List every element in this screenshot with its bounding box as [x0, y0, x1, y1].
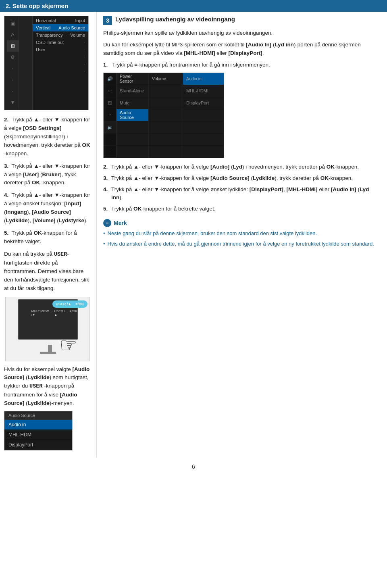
orp-col3-audioin: Audio in	[183, 73, 224, 85]
osd-right-item-osdtimeout: OSD Time out·	[33, 39, 88, 46]
orp-col2-blank6	[149, 146, 183, 158]
orp-icon-dot2: ·	[104, 146, 116, 158]
osd-icon-language: A	[7, 29, 19, 40]
left-note1: Du kan nå trykke på USER-hurtigtasten di…	[4, 250, 91, 293]
osd-icon-color: ▣	[7, 18, 19, 29]
merk-icon: ≡	[103, 219, 111, 227]
orp-col2-blank3	[149, 109, 183, 121]
orp-cell-mute: Mute	[117, 97, 148, 109]
orp-col2-blank2	[149, 97, 183, 109]
osd-right-item-blank1: ·	[33, 53, 88, 60]
osd-icon-osd: ⊞	[7, 40, 19, 52]
left-step4-text: 4. Trykk på ▲- eller ▼-knappen for å vel…	[4, 191, 91, 225]
osd-right-item-blank3: ·	[33, 68, 88, 75]
audio-source-item-displayport: DisplayPort	[4, 440, 72, 450]
audio-source-item-audioin: Audio in	[4, 420, 72, 430]
left-example-text: Hvis du for eksempel valgte [Audio Sourc…	[4, 365, 91, 408]
orp-cell-standalone: Stand-Alone	[117, 85, 148, 97]
osd-icon-dot3: ·	[7, 85, 19, 97]
left-step5-text: 5. Trykk på OK-knappen for å bekrefte va…	[4, 229, 91, 246]
right-step3: 3. Trykk på ▲- eller ▼-knappen for å vel…	[103, 174, 380, 183]
orp-icon-dot1: ·	[104, 133, 116, 146]
section-number-box: 3	[103, 16, 112, 25]
orp-icon-audio: 🔉	[104, 121, 116, 133]
orp-icon-picture: 🖼	[104, 97, 116, 109]
orp-col3-mhlhdmi: MHL-HDMI	[183, 85, 224, 97]
osd-right-item-blank2: ·	[33, 60, 88, 68]
hand-pointing-icon: ☞	[59, 334, 77, 357]
right-steps-list: 2. Trykk på ▲- eller ▼-knappen for å vel…	[103, 163, 380, 214]
orp-cell-powersensor: Power Sensor	[117, 73, 148, 85]
hand-image: PHILIPS MULTIVIEW /▼ USER /▲ ≡/OK USER /…	[5, 297, 90, 361]
left-step4: 4. Trykk på ▲- eller ▼-knappen for å vel…	[4, 191, 91, 225]
orp-cell-audiosource: Audio Source	[117, 109, 148, 121]
orp-col3-blank2	[183, 121, 224, 133]
audio-source-menu-header: Audio Source	[4, 411, 72, 420]
right-step5: 5. Trykk på OK-knappen for å bekrefte va…	[103, 205, 380, 213]
osd-icon-dot4: ▼	[7, 97, 19, 108]
monitor-base	[40, 352, 56, 354]
orp-cell-blank3	[117, 146, 148, 158]
osd-right-panel-diagram: 🔊 ↩ 🖼 P 🔉 · · Power Sensor Stand-Alone M…	[103, 73, 224, 158]
left-step2-text: 2. Trykk på ▲- eller ▼-knappen for å vel…	[4, 116, 91, 158]
left-step2: 2. Trykk på ▲- eller ▼-knappen for å vel…	[4, 116, 91, 158]
orp-col3-blank4	[183, 146, 224, 158]
right-column: 3 Lydavspilling uavhengig av videoinngan…	[97, 12, 387, 458]
right-step4: 4. Trykk på ▲- eller ▼-knappen for å vel…	[103, 186, 380, 202]
button-labels: MULTIVIEW /▼ USER /▲ ≡/OK	[31, 309, 77, 317]
orp-col1: Power Sensor Stand-Alone Mute Audio Sour…	[117, 73, 149, 158]
left-column: ▣ A ⊞ ⚙ · · · ▼ Horizontal·Input Vertica…	[0, 12, 97, 458]
audio-source-menu: Audio Source Audio in MHL-HDMI DisplayPo…	[4, 411, 73, 450]
merk-bullet2: Hvis du ønsker å endre dette, må du gå g…	[103, 240, 380, 248]
merk-bullet1: Neste gang du slår på denne skjermen, br…	[103, 229, 380, 238]
orp-icons-col: 🔊 ↩ 🖼 P 🔉 · ·	[104, 73, 117, 158]
orp-col2-blank1	[149, 85, 183, 97]
orp-col3: Audio in MHL-HDMI DisplayPort	[183, 73, 224, 158]
merk-title: ≡ Merk	[103, 219, 380, 227]
osd-icon-dot1: ·	[7, 63, 19, 74]
osd-icon-setup: ⚙	[7, 52, 19, 63]
page-number: 6	[0, 458, 387, 472]
right-intro-p1: Philips-skjermen kan spille av lydkilden…	[103, 29, 380, 38]
orp-col2-blank5	[149, 133, 183, 146]
osd-icon-dot2: ·	[7, 74, 19, 85]
orp-icon-sound: 🔊	[104, 73, 116, 85]
osd-right-item-user: User·	[33, 46, 88, 53]
monitor-stand	[48, 345, 52, 352]
left-step3-text: 3. Trykk på ▲- eller ▼-knappen for å vel…	[4, 162, 91, 188]
speech-bubble: USER /▲ ≡/OK	[52, 300, 87, 308]
right-step2: 2. Trykk på ▲- eller ▼-knappen for å vel…	[103, 163, 380, 171]
right-step1: 1. Trykk på ≡-knappen på frontrammen for…	[103, 61, 380, 69]
orp-col3-displayport: DisplayPort	[183, 97, 224, 109]
section3-heading: 3 Lydavspilling uavhengig av videoinngan…	[103, 16, 380, 25]
page-title: 2. Sette opp skjermen	[0, 0, 387, 12]
left-step3: 3. Trykk på ▲- eller ▼-knappen for å vel…	[4, 162, 91, 188]
osd-right-item-vertical: VerticalAudio Source	[33, 24, 88, 31]
audio-source-item-mhlhdmi: MHL-HDMI	[4, 430, 72, 440]
left-step5: 5. Trykk på OK-knappen for å bekrefte va…	[4, 229, 91, 246]
orp-col3-blank1	[183, 109, 224, 121]
orp-col2-blank4	[149, 121, 183, 133]
orp-cell-blank2	[117, 133, 148, 146]
orp-icon-back: ↩	[104, 85, 116, 97]
orp-icon-pip: P	[104, 109, 116, 121]
section-title: Lydavspilling uavhengig av videoinngang	[115, 16, 235, 23]
merk-section: ≡ Merk Neste gang du slår på denne skjer…	[103, 219, 380, 248]
orp-col2: Volume	[149, 73, 183, 158]
orp-cell-blank1	[117, 121, 148, 133]
osd-right-item-transparency: Transparency·Volume	[33, 31, 88, 39]
orp-col3-blank3	[183, 133, 224, 146]
osd-menu-screenshot: ▣ A ⊞ ⚙ · · · ▼ Horizontal·Input Vertica…	[4, 16, 89, 110]
right-intro-p2: Du kan for eksempel lytte til MP3-spille…	[103, 41, 380, 58]
orp-col2-volume: Volume	[149, 73, 183, 85]
osd-right-item-horizontal: Horizontal·Input	[33, 17, 88, 24]
